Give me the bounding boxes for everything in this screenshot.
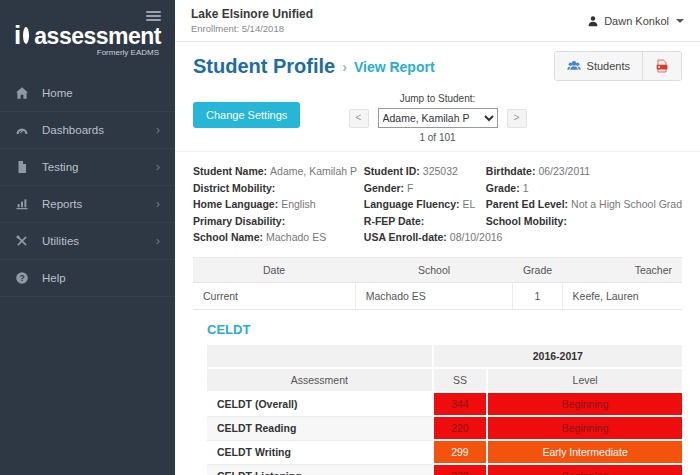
district-block: Lake Elsinore Unified Enrollment: 5/14/2… bbox=[191, 7, 313, 34]
enrollment-table: Date School Grade Teacher Current Machad… bbox=[193, 257, 682, 310]
student-pagination: 1 of 101 bbox=[323, 132, 553, 143]
col-header-assessment: Assessment bbox=[207, 368, 433, 392]
enrollment-date-cell: Current bbox=[193, 283, 355, 310]
sidebar-item-reports[interactable]: Reports › bbox=[0, 186, 175, 223]
field-value: 325032 bbox=[423, 165, 458, 177]
hamburger-menu-icon[interactable] bbox=[146, 9, 161, 23]
students-button[interactable]: Students bbox=[555, 52, 642, 80]
col-header-school: School bbox=[355, 258, 513, 283]
student-info-field: Language Fluency:EL bbox=[364, 198, 486, 211]
view-report-link[interactable]: View Report bbox=[354, 59, 435, 75]
celdt-section: CELDT 2016-2017 Assessment SS Level bbox=[207, 322, 682, 475]
chevron-right-icon: › bbox=[156, 199, 160, 209]
dashboard-icon bbox=[15, 123, 29, 137]
celdt-year-row: 2016-2017 bbox=[207, 345, 682, 368]
sidebar-item-utilities[interactable]: Utilities › bbox=[0, 223, 175, 260]
student-info-column-1: Student Name:Adame, Kamilah P District M… bbox=[193, 165, 364, 244]
field-label: Parent Ed Level: bbox=[486, 198, 568, 210]
student-info-field: Grade:1 bbox=[486, 182, 682, 195]
col-header-date: Date bbox=[193, 258, 355, 283]
field-label: Birthdate: bbox=[486, 165, 536, 177]
enrollment-header-row: Date School Grade Teacher bbox=[193, 258, 682, 283]
logo-text-word: assessment bbox=[34, 26, 161, 46]
sidebar-item-label: Testing bbox=[42, 161, 78, 173]
user-name: Dawn Konkol bbox=[604, 15, 669, 27]
assessment-name-cell: CELDT Writing bbox=[207, 440, 433, 464]
col-header-level: Level bbox=[487, 368, 682, 392]
celdt-row: CELDT Writing 299 Early Intermediate bbox=[207, 440, 682, 464]
sidebar-item-label: Home bbox=[42, 87, 73, 99]
field-label: Home Language: bbox=[193, 198, 278, 210]
enrollment-grade-cell: 1 bbox=[513, 283, 562, 310]
student-select[interactable]: Adame, Kamilah P bbox=[378, 108, 498, 128]
field-value: EL bbox=[463, 198, 476, 210]
next-student-button[interactable]: > bbox=[507, 109, 527, 128]
field-label: Student Name: bbox=[193, 165, 267, 177]
student-info-field: Primary Disability: bbox=[193, 215, 364, 228]
student-info-field: Gender:F bbox=[364, 182, 486, 195]
sidebar: i assessment Formerly EADMS Home Dashboa… bbox=[0, 0, 175, 475]
field-label: School Mobility: bbox=[486, 215, 567, 227]
svg-text:?: ? bbox=[19, 273, 24, 283]
celdt-empty-header bbox=[207, 345, 433, 368]
pdf-export-button[interactable] bbox=[642, 52, 681, 80]
student-info-field: District Mobility: bbox=[193, 182, 364, 195]
caret-down-icon bbox=[676, 19, 684, 23]
col-header-ss: SS bbox=[433, 368, 488, 392]
student-info-field: R-FEP Date: bbox=[364, 215, 486, 228]
user-menu[interactable]: Dawn Konkol bbox=[587, 15, 684, 27]
chevron-right-icon: › bbox=[156, 236, 160, 246]
change-settings-button[interactable]: Change Settings bbox=[193, 102, 300, 128]
utilities-icon bbox=[15, 234, 29, 248]
sidebar-item-dashboards[interactable]: Dashboards › bbox=[0, 112, 175, 149]
sidebar-menu: Home Dashboards › Testing › Reports › Ut… bbox=[0, 75, 175, 297]
sidebar-item-label: Dashboards bbox=[42, 124, 104, 136]
student-info-field: School Name:Machado ES bbox=[193, 231, 364, 244]
student-info-field: Birthdate:06/23/2011 bbox=[486, 165, 682, 178]
celdt-columns-row: Assessment SS Level bbox=[207, 368, 682, 392]
field-value: Not a High School Grad bbox=[571, 198, 682, 210]
help-icon: ? bbox=[15, 271, 29, 285]
field-label: USA Enroll-date: bbox=[364, 231, 447, 243]
student-info-field: Student ID:325032 bbox=[364, 165, 486, 178]
chevron-right-icon: › bbox=[156, 125, 160, 135]
prev-student-button[interactable]: < bbox=[349, 109, 369, 128]
app-logo: i assessment bbox=[14, 24, 161, 46]
controls-row: Change Settings Jump to Student: < Adame… bbox=[193, 93, 682, 141]
students-button-label: Students bbox=[587, 60, 630, 72]
col-header-grade: Grade bbox=[513, 258, 562, 283]
logo-subtitle: Formerly EADMS bbox=[14, 48, 161, 57]
level-cell: Beginning bbox=[487, 392, 682, 416]
sidebar-item-label: Help bbox=[42, 272, 66, 284]
field-value: 1 bbox=[523, 182, 529, 194]
toolbar-button-group: Students bbox=[554, 51, 682, 81]
reports-icon bbox=[15, 197, 29, 211]
topbar: Lake Elsinore Unified Enrollment: 5/14/2… bbox=[175, 0, 700, 42]
student-info-field: Student Name:Adame, Kamilah P bbox=[193, 165, 364, 178]
jump-controls: < Adame, Kamilah P > bbox=[323, 108, 553, 128]
logo-text-i: i bbox=[14, 24, 21, 46]
enrollment-row: Current Machado ES 1 Keefe, Lauren bbox=[193, 283, 682, 310]
level-cell: Early Intermediate bbox=[487, 440, 682, 464]
sidebar-item-home[interactable]: Home bbox=[0, 75, 175, 112]
sidebar-item-help[interactable]: ? Help bbox=[0, 260, 175, 297]
student-info-field: Parent Ed Level:Not a High School Grad bbox=[486, 198, 682, 211]
sidebar-item-label: Reports bbox=[42, 198, 82, 210]
celdt-table: 2016-2017 Assessment SS Level CELDT (Ove… bbox=[207, 345, 682, 475]
main-area: Lake Elsinore Unified Enrollment: 5/14/2… bbox=[175, 0, 700, 475]
sidebar-item-testing[interactable]: Testing › bbox=[0, 149, 175, 186]
field-label: Gender: bbox=[364, 182, 404, 194]
field-label: Grade: bbox=[486, 182, 520, 194]
celdt-row: CELDT Listening 338 Beginning bbox=[207, 464, 682, 475]
student-info-field: USA Enroll-date:08/10/2016 bbox=[364, 231, 486, 244]
assessment-name-cell: CELDT Reading bbox=[207, 416, 433, 440]
breadcrumb-separator: › bbox=[342, 59, 347, 75]
ss-score-cell: 299 bbox=[433, 440, 488, 464]
field-value: F bbox=[407, 182, 413, 194]
field-label: R-FEP Date: bbox=[364, 215, 424, 227]
student-info-field: School Mobility: bbox=[486, 215, 682, 228]
field-label: School Name: bbox=[193, 231, 263, 243]
jump-to-student-block: Jump to Student: < Adame, Kamilah P > 1 … bbox=[323, 93, 553, 143]
field-label: Student ID: bbox=[364, 165, 420, 177]
enrollment-school-cell: Machado ES bbox=[355, 283, 513, 310]
